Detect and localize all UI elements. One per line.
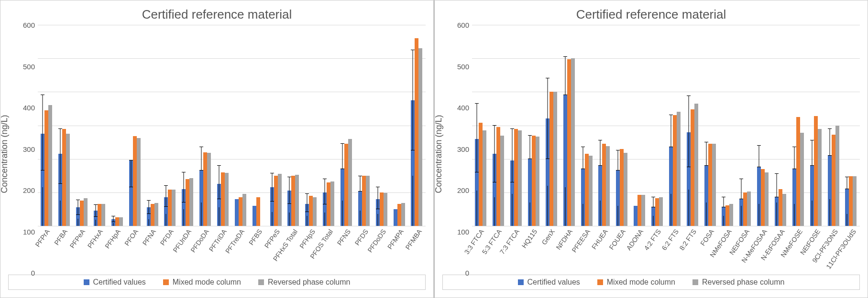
y-axis-label: Concentration (ng/L)	[434, 115, 444, 193]
bar	[207, 153, 211, 226]
bar	[66, 134, 70, 226]
x-tick-label: PFNA	[141, 228, 157, 247]
y-tick: 0	[445, 269, 469, 277]
bar	[585, 154, 589, 226]
error-cap	[687, 167, 691, 167]
bar	[242, 194, 246, 226]
bar	[553, 92, 557, 226]
error-cap	[341, 143, 344, 144]
x-tick: PFBS	[249, 226, 266, 273]
error-cap	[581, 169, 585, 169]
error-cap	[669, 147, 673, 147]
error-cap	[510, 182, 514, 182]
chart-panel-right: Certified reference material Concentrati…	[434, 0, 868, 298]
x-axis: 3:3 FTCA5:3 FTCA7:3 FTCAHQ115GenXNFDHAPF…	[470, 226, 860, 273]
error-bar	[60, 129, 61, 184]
category-group	[302, 25, 320, 226]
legend-swatch-icon	[163, 279, 169, 285]
error-cap	[323, 179, 327, 179]
category-group	[143, 25, 161, 226]
bar	[380, 192, 384, 226]
error-cap	[41, 170, 44, 170]
bar	[137, 138, 141, 226]
y-axis: Concentration (ng/L) 0100200300400500600	[8, 25, 36, 273]
error-bar	[307, 194, 308, 212]
bar	[48, 105, 52, 226]
bar	[154, 203, 158, 226]
x-tick-label: PFBS	[247, 228, 264, 246]
category-group	[490, 25, 507, 226]
bar	[765, 172, 769, 226]
error-cap	[810, 140, 814, 140]
legend-item-certified: Certified values	[518, 278, 580, 287]
bar	[641, 195, 645, 226]
x-tick: GenX	[541, 226, 559, 273]
category-group	[338, 25, 355, 226]
error-cap	[147, 200, 151, 201]
x-tick: PFPeA	[71, 226, 89, 273]
bar	[775, 197, 779, 226]
y-tick: 300	[445, 145, 469, 153]
error-bar	[96, 205, 96, 217]
legend-swatch-icon	[84, 279, 89, 285]
error-bar	[272, 173, 272, 202]
bar	[637, 195, 641, 226]
category-group	[197, 25, 214, 226]
bar	[151, 204, 154, 226]
bar	[729, 204, 733, 226]
error-bar	[78, 200, 78, 215]
error-cap	[305, 193, 309, 194]
category-group	[73, 25, 91, 226]
x-tick-label: FOSA	[699, 228, 715, 247]
error-cap	[270, 173, 274, 173]
bar	[800, 133, 804, 226]
error-cap	[546, 78, 549, 78]
error-cap	[58, 128, 62, 129]
y-tick: 500	[445, 62, 469, 70]
bar	[669, 147, 673, 226]
bar	[327, 182, 330, 226]
x-tick-label: PFDA	[158, 228, 175, 247]
chart-title: Certified reference material	[442, 7, 860, 22]
category-group	[666, 25, 683, 226]
bar	[708, 144, 712, 226]
error-bar	[325, 179, 325, 204]
bar	[571, 58, 575, 226]
error-cap	[792, 169, 796, 169]
x-tick-label: PFOA	[123, 228, 140, 247]
bar	[782, 194, 786, 226]
bar	[225, 173, 229, 226]
error-cap	[305, 212, 309, 212]
x-tick-label: PFDS	[353, 228, 370, 247]
error-bar	[289, 177, 290, 204]
legend-item-certified: Certified values	[84, 278, 146, 287]
error-bar	[512, 129, 513, 182]
error-bar	[477, 104, 477, 172]
x-tick: PFOA	[124, 226, 142, 273]
error-cap	[341, 169, 344, 169]
error-bar	[360, 176, 360, 192]
bar	[119, 217, 123, 226]
bar	[274, 176, 278, 226]
error-cap	[616, 150, 620, 150]
error-cap	[739, 179, 743, 179]
error-cap	[182, 202, 186, 202]
error-cap	[775, 197, 779, 197]
chart-panel-left: Certified reference material Concentrati…	[0, 0, 434, 298]
error-cap	[845, 189, 849, 189]
x-tick: PFHpA	[107, 226, 124, 273]
category-group	[108, 25, 126, 226]
bar	[739, 199, 743, 226]
y-tick: 400	[445, 104, 469, 112]
bar	[747, 192, 751, 226]
y-tick: 600	[11, 21, 35, 29]
x-tick: 6:2 FTS	[665, 226, 683, 273]
y-tick: 500	[11, 62, 35, 70]
error-bar	[43, 95, 43, 170]
bar	[62, 129, 66, 226]
bar	[291, 176, 295, 226]
bar	[496, 127, 500, 226]
category-group	[754, 25, 772, 226]
category-group	[824, 25, 842, 226]
category-group	[179, 25, 197, 226]
